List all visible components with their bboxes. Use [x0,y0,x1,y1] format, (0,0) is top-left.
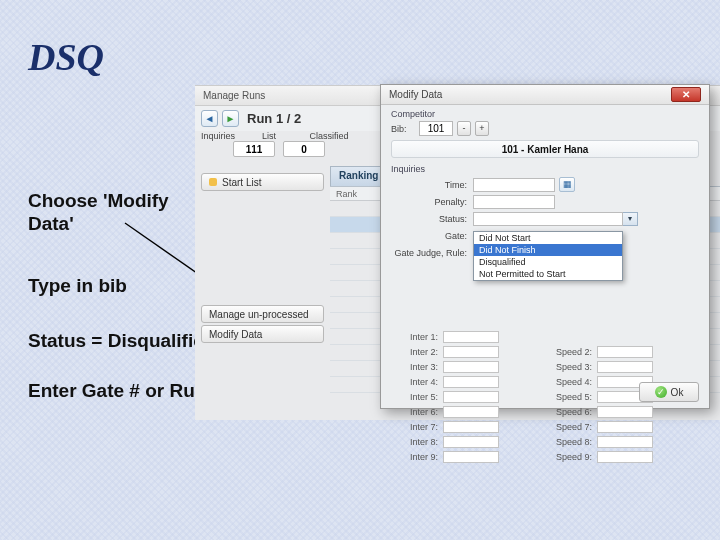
penalty-label: Penalty: [391,197,473,207]
penalty-input[interactable] [473,195,555,209]
nav-next-button[interactable]: ► [222,110,239,127]
modify-data-dialog: Modify Data ✕ Competitor Bib: 101 - + 10… [380,84,710,409]
inter-label: Inter 5: [391,392,443,402]
inter-label: Inter 3: [391,362,443,372]
gate-label: Gate: [391,231,473,241]
inter-label: Inter 8: [391,437,443,447]
competitor-section-label: Competitor [391,109,699,119]
inter-label: Inter 2: [391,347,443,357]
start-list-icon [209,178,217,186]
inter-label: Inter 7: [391,422,443,432]
inquiries-section-label: Inquiries [391,164,699,174]
run-label: Run 1 / 2 [247,111,301,126]
instruction-choose: Choose 'Modify Data' [28,190,198,236]
status-option[interactable]: Did Not Finish [474,244,622,256]
bib-label: Bib: [391,124,415,134]
inter-input[interactable] [443,406,499,418]
calendar-icon[interactable]: ▦ [559,177,575,192]
modify-data-label: Modify Data [209,329,262,340]
inter-column: Inter 1: Inter 2: Inter 3: Inter 4: Inte… [391,329,545,464]
inter-label: Inter 6: [391,407,443,417]
start-list-label: Start List [222,177,261,188]
instruction-status: Status = Disqualified [28,330,215,353]
start-list-button[interactable]: Start List [201,173,324,191]
gate-judge-label: Gate Judge, Rule: [391,248,473,258]
modify-data-button[interactable]: Modify Data [201,325,324,343]
ok-button[interactable]: ✓ Ok [639,382,699,402]
ok-label: Ok [671,387,684,398]
inter-input[interactable] [443,421,499,433]
manage-unprocessed-label: Manage un-processed [209,309,309,320]
speed-label: Speed 2: [545,347,597,357]
speed-input[interactable] [597,451,653,463]
bib-plus-button[interactable]: + [475,121,489,136]
speed-input[interactable] [597,421,653,433]
check-icon: ✓ [655,386,667,398]
speed-input[interactable] [597,361,653,373]
speed-label: Speed 4: [545,377,597,387]
competitor-name: 101 - Kamler Hana [391,140,699,158]
speed-label: Speed 8: [545,437,597,447]
close-button[interactable]: ✕ [671,87,701,102]
inter-input[interactable] [443,436,499,448]
inter-input[interactable] [443,346,499,358]
status-dropdown-caret-icon[interactable]: ▾ [623,212,638,226]
status-dropdown: Did Not Start Did Not Finish Disqualifie… [473,231,623,281]
nav-prev-button[interactable]: ◄ [201,110,218,127]
speed-label: Speed 9: [545,452,597,462]
manage-unprocessed-button[interactable]: Manage un-processed [201,305,324,323]
speed-label: Speed 5: [545,392,597,402]
status-option[interactable]: Not Permitted to Start [474,268,622,280]
time-label: Time: [391,180,473,190]
time-input[interactable] [473,178,555,192]
bib-minus-button[interactable]: - [457,121,471,136]
instruction-type-bib: Type in bib [28,275,127,298]
inter-input[interactable] [443,376,499,388]
inter-label: Inter 9: [391,452,443,462]
speed-label: Speed 6: [545,407,597,417]
bib-input[interactable]: 101 [419,121,453,136]
speed-input[interactable] [597,436,653,448]
status-label: Status: [391,214,473,224]
speed-input[interactable] [597,346,653,358]
status-select[interactable] [473,212,623,226]
status-option[interactable]: Disqualified [474,256,622,268]
speed-input[interactable] [597,406,653,418]
inter-input[interactable] [443,451,499,463]
inter-input[interactable] [443,361,499,373]
inter-input[interactable] [443,391,499,403]
speed-label: Speed 3: [545,362,597,372]
slide-title: DSQ [28,35,104,79]
inter-label: Inter 1: [391,332,443,342]
classified-count: 0 [283,141,325,157]
inter-input[interactable] [443,331,499,343]
status-option[interactable]: Did Not Start [474,232,622,244]
list-count: 111 [233,141,275,157]
speed-label: Speed 7: [545,422,597,432]
inter-label: Inter 4: [391,377,443,387]
dialog-title: Modify Data [389,89,442,100]
